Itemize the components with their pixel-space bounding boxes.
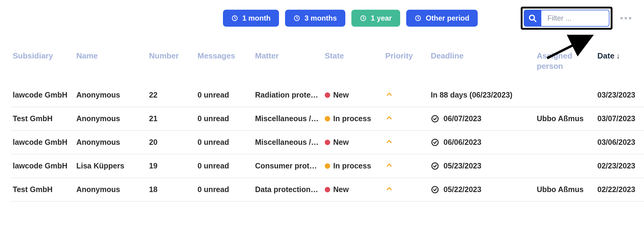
clock-icon — [231, 15, 238, 22]
cell-assigned — [535, 84, 596, 107]
dot-icon — [629, 17, 631, 19]
cell-matter: Data protection… — [253, 178, 323, 201]
search-button[interactable] — [524, 10, 541, 27]
cell-name: Anonymous — [75, 131, 147, 154]
cell-deadline: 05/22/2023 — [429, 178, 535, 201]
deadline-label: 05/23/2023 — [443, 161, 481, 170]
period-button-group: 1 month 3 months 1 year Other period — [223, 10, 478, 27]
period-button-other[interactable]: Other period — [406, 10, 478, 27]
chevron-up-icon — [385, 138, 393, 145]
state-dot-icon — [325, 163, 330, 169]
col-header-deadline[interactable]: Deadline — [429, 48, 535, 84]
cell-state: In process — [323, 154, 383, 178]
cell-date: 02/22/2023 — [596, 178, 644, 201]
cell-subsidiary: lawcode GmbH — [11, 154, 75, 178]
cell-priority — [383, 131, 429, 154]
cell-priority — [383, 107, 429, 131]
cell-matter: Miscellaneous /… — [253, 107, 323, 131]
period-label: 1 month — [242, 15, 271, 22]
table-row[interactable]: lawcode GmbHAnonymous220 unreadRadiation… — [11, 84, 644, 107]
deadline-label: 06/07/2023 — [443, 114, 481, 123]
filter-input[interactable] — [541, 10, 609, 27]
cell-messages: 0 unread — [196, 107, 253, 131]
period-label: 3 months — [304, 15, 337, 22]
table-row[interactable]: lawcode GmbHAnonymous200 unreadMiscellan… — [11, 131, 644, 154]
cell-matter: Radiation prote… — [253, 84, 323, 107]
col-header-name[interactable]: Name — [75, 48, 147, 84]
col-header-priority[interactable]: Priority — [383, 48, 429, 84]
dot-icon — [625, 17, 627, 19]
svg-line-5 — [534, 19, 536, 22]
filter-search-group — [521, 7, 612, 30]
state-dot-icon — [325, 92, 330, 98]
state-label: New — [333, 185, 349, 194]
cell-priority — [383, 154, 429, 178]
cell-assigned — [535, 131, 596, 154]
col-header-subsidiary[interactable]: Subsidiary — [11, 48, 75, 84]
col-header-matter[interactable]: Matter — [253, 48, 323, 84]
cell-state: New — [323, 131, 383, 154]
period-button-3-months[interactable]: 3 months — [285, 10, 345, 27]
cell-priority — [383, 84, 429, 107]
cell-date: 03/06/2023 — [596, 131, 644, 154]
cell-number: 18 — [147, 178, 196, 201]
cell-subsidiary: Test GmbH — [11, 178, 75, 201]
cell-name: Lisa Küppers — [75, 154, 147, 178]
table-row[interactable]: lawcode GmbHLisa Küppers190 unreadConsum… — [11, 154, 644, 178]
sort-desc-icon: ↓ — [616, 51, 620, 61]
check-circle-icon — [431, 162, 439, 170]
col-header-messages[interactable]: Messages — [196, 48, 253, 84]
cell-matter: Miscellaneous /… — [253, 131, 323, 154]
cell-subsidiary: Test GmbH — [11, 107, 75, 131]
cases-table: Subsidiary Name Number Messages Matter S… — [11, 48, 644, 202]
col-header-assigned[interactable]: Assigned person — [535, 48, 596, 84]
cell-name: Anonymous — [75, 84, 147, 107]
cell-number: 21 — [147, 107, 196, 131]
cell-subsidiary: lawcode GmbH — [11, 131, 75, 154]
cell-date: 02/23/2023 — [596, 154, 644, 178]
cell-priority — [383, 178, 429, 201]
check-circle-icon — [431, 115, 439, 123]
deadline-label: 06/06/2023 — [443, 138, 481, 147]
chevron-up-icon — [385, 114, 393, 122]
table-row[interactable]: Test GmbHAnonymous180 unreadData protect… — [11, 178, 644, 201]
col-header-state[interactable]: State — [323, 48, 383, 84]
clock-icon — [415, 15, 421, 22]
state-dot-icon — [325, 116, 330, 121]
cell-name: Anonymous — [75, 178, 147, 201]
state-label: New — [333, 138, 349, 147]
cell-messages: 0 unread — [196, 178, 253, 201]
cell-deadline: 05/23/2023 — [429, 154, 535, 178]
state-label: In process — [333, 161, 371, 170]
cell-deadline: In 88 days (06/23/2023) — [429, 84, 535, 107]
col-header-date[interactable]: Date↓ — [596, 48, 644, 84]
col-header-date-label: Date — [597, 51, 614, 60]
cell-assigned: Ubbo Aßmus — [535, 178, 596, 201]
period-button-1-year[interactable]: 1 year — [351, 10, 400, 27]
period-button-1-month[interactable]: 1 month — [223, 10, 279, 27]
period-label: 1 year — [371, 15, 392, 22]
state-dot-icon — [325, 140, 330, 145]
state-label: New — [333, 91, 349, 99]
search-icon — [528, 14, 537, 23]
cell-date: 03/23/2023 — [596, 84, 644, 107]
cell-subsidiary: lawcode GmbH — [11, 84, 75, 107]
cell-state: New — [323, 84, 383, 107]
deadline-label: 05/22/2023 — [443, 185, 481, 194]
cell-deadline: 06/07/2023 — [429, 107, 535, 131]
state-label: In process — [333, 114, 371, 123]
cell-state: In process — [323, 107, 383, 131]
cell-messages: 0 unread — [196, 131, 253, 154]
deadline-label: In 88 days (06/23/2023) — [431, 91, 513, 99]
cell-deadline: 06/06/2023 — [429, 131, 535, 154]
table-header-row: Subsidiary Name Number Messages Matter S… — [11, 48, 644, 84]
cell-number: 19 — [147, 154, 196, 178]
cell-assigned — [535, 154, 596, 178]
col-header-number[interactable]: Number — [147, 48, 196, 84]
cell-name: Anonymous — [75, 107, 147, 131]
chevron-up-icon — [385, 161, 393, 169]
dot-icon — [620, 17, 623, 19]
more-options-button[interactable] — [619, 17, 633, 20]
table-row[interactable]: Test GmbHAnonymous210 unreadMiscellaneou… — [11, 107, 644, 131]
cell-messages: 0 unread — [196, 154, 253, 178]
